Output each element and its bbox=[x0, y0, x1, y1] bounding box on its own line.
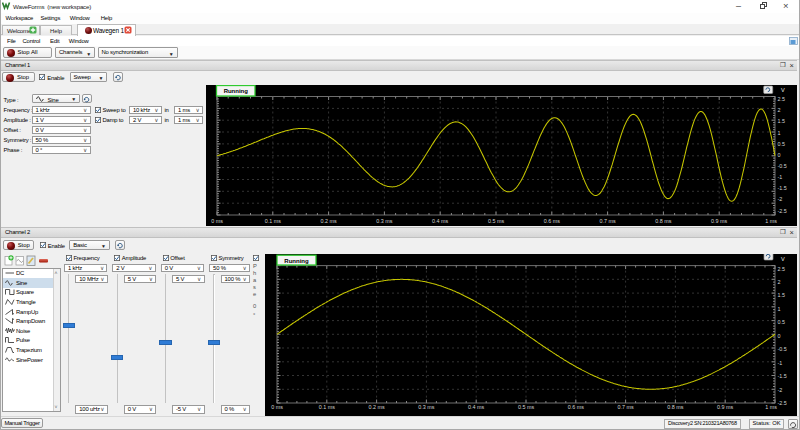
svg-text:1.5: 1.5 bbox=[778, 292, 786, 298]
svg-text:0.8 ms: 0.8 ms bbox=[655, 218, 671, 224]
svg-text:Running: Running bbox=[224, 88, 249, 94]
svg-text:0.5: 0.5 bbox=[778, 141, 786, 147]
svg-text:0.6 ms: 0.6 ms bbox=[568, 404, 584, 410]
svg-text:2.5: 2.5 bbox=[778, 96, 786, 102]
svg-text:0.5 ms: 0.5 ms bbox=[518, 404, 534, 410]
svg-text:-1.5: -1.5 bbox=[778, 185, 787, 191]
svg-text:-1.5: -1.5 bbox=[778, 373, 787, 379]
svg-text:0.2 ms: 0.2 ms bbox=[321, 218, 337, 224]
svg-text:-2: -2 bbox=[778, 196, 783, 202]
svg-text:V: V bbox=[781, 256, 785, 262]
svg-text:0: 0 bbox=[778, 152, 781, 158]
svg-text:-0.5: -0.5 bbox=[778, 346, 787, 352]
svg-text:0.5: 0.5 bbox=[778, 319, 786, 325]
svg-text:1.5: 1.5 bbox=[778, 118, 786, 124]
svg-text:0.5 ms: 0.5 ms bbox=[488, 218, 504, 224]
svg-text:1: 1 bbox=[778, 306, 781, 312]
svg-text:0.3 ms: 0.3 ms bbox=[376, 218, 392, 224]
svg-text:-2.5: -2.5 bbox=[778, 208, 787, 214]
svg-text:0.9 ms: 0.9 ms bbox=[711, 218, 727, 224]
svg-text:0.2 ms: 0.2 ms bbox=[369, 404, 385, 410]
svg-text:0.4 ms: 0.4 ms bbox=[432, 218, 448, 224]
svg-text:0 ms: 0 ms bbox=[271, 404, 283, 410]
svg-text:-1: -1 bbox=[778, 174, 783, 180]
svg-text:2.5: 2.5 bbox=[778, 266, 786, 272]
svg-text:-2: -2 bbox=[778, 387, 783, 393]
svg-text:V: V bbox=[781, 87, 785, 93]
svg-text:-1: -1 bbox=[778, 360, 783, 366]
svg-text:2: 2 bbox=[778, 279, 781, 285]
svg-text:-2.5: -2.5 bbox=[778, 400, 787, 406]
svg-text:1 ms: 1 ms bbox=[765, 404, 777, 410]
svg-text:0.7 ms: 0.7 ms bbox=[600, 218, 616, 224]
svg-text:0.9 ms: 0.9 ms bbox=[717, 404, 733, 410]
svg-text:0 ms: 0 ms bbox=[211, 218, 223, 224]
svg-text:0.1 ms: 0.1 ms bbox=[319, 404, 335, 410]
svg-text:0.4 ms: 0.4 ms bbox=[468, 404, 484, 410]
svg-text:-0.5: -0.5 bbox=[778, 163, 787, 169]
svg-text:0.7 ms: 0.7 ms bbox=[618, 404, 634, 410]
svg-text:0: 0 bbox=[778, 333, 781, 339]
svg-text:1: 1 bbox=[778, 130, 781, 136]
svg-text:2: 2 bbox=[778, 107, 781, 113]
svg-text:Running: Running bbox=[284, 258, 309, 264]
svg-text:0.8 ms: 0.8 ms bbox=[667, 404, 683, 410]
svg-text:1 ms: 1 ms bbox=[765, 218, 777, 224]
svg-text:0.6 ms: 0.6 ms bbox=[544, 218, 560, 224]
svg-text:0.1 ms: 0.1 ms bbox=[265, 218, 281, 224]
svg-text:0.3 ms: 0.3 ms bbox=[418, 404, 434, 410]
